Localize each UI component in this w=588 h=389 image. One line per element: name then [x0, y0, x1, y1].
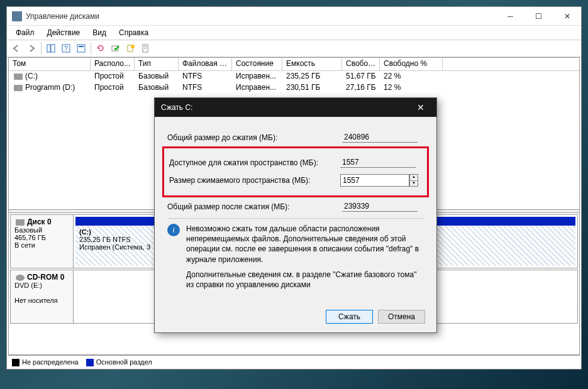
shrink-button[interactable]: Сжать	[326, 310, 373, 324]
menubar: Файл Действие Вид Справка	[7, 26, 581, 40]
toolbar: ?	[7, 40, 581, 57]
minimize-button[interactable]: ─	[496, 7, 524, 25]
info-text-2: Дополнительные сведения см. в разделе "С…	[186, 270, 424, 290]
svg-rect-4	[77, 45, 85, 52]
shrink-dialog: Сжать C: ✕ Общий размер до сжатия (МБ): …	[154, 97, 437, 333]
col-fs[interactable]: Файловая с...	[179, 58, 232, 70]
svg-rect-1	[51, 45, 55, 52]
total-before-label: Общий размер до сжатия (МБ):	[167, 133, 342, 142]
total-after-field	[342, 201, 418, 212]
volume-icon	[14, 74, 23, 80]
dialog-close-button[interactable]: ✕	[411, 98, 430, 117]
settings-icon[interactable]	[74, 41, 88, 55]
available-field	[340, 157, 416, 168]
back-icon[interactable]	[9, 41, 23, 55]
info-text-1: Невозможно сжать том дальше области расп…	[186, 224, 424, 265]
svg-rect-5	[79, 46, 84, 47]
col-type[interactable]: Тип	[135, 58, 179, 70]
volume-icon	[14, 85, 23, 91]
forward-icon[interactable]	[25, 41, 38, 55]
col-pct[interactable]: Свободно %	[380, 58, 443, 70]
total-before-field	[342, 132, 418, 143]
spinner-buttons[interactable]: ▲▼	[409, 174, 418, 187]
toolbar-view-icon[interactable]	[44, 41, 58, 55]
new-icon[interactable]	[124, 41, 138, 55]
col-status[interactable]: Состояние	[232, 58, 282, 70]
menu-action[interactable]: Действие	[42, 27, 86, 38]
col-free[interactable]: Свобод...	[342, 58, 380, 70]
col-volume[interactable]: Том	[9, 58, 91, 70]
svg-text:?: ?	[64, 45, 68, 52]
shrink-amount-input[interactable]	[340, 174, 409, 187]
maximize-button[interactable]: ☐	[524, 7, 553, 25]
help-icon[interactable]: ?	[59, 41, 73, 55]
total-after-label: Общий размер после сжатия (МБ):	[167, 202, 342, 211]
apply-icon[interactable]	[109, 41, 123, 55]
svg-rect-11	[144, 48, 147, 48]
info-icon: i	[167, 224, 180, 236]
table-row[interactable]: (C:) Простой Базовый NTFS Исправен... 23…	[9, 71, 579, 82]
app-icon	[12, 11, 22, 21]
legend: Не распределена Основной раздел	[8, 355, 580, 369]
svg-rect-10	[144, 46, 147, 47]
properties-icon[interactable]	[139, 41, 153, 55]
available-label: Доступное для сжатия пространство (МБ):	[169, 158, 340, 167]
refresh-icon[interactable]	[94, 41, 108, 55]
shrink-amount-label: Размер сжимаемого пространства (МБ):	[169, 176, 340, 185]
menu-file[interactable]: Файл	[11, 27, 40, 38]
menu-help[interactable]: Справка	[114, 27, 153, 38]
titlebar[interactable]: Управление дисками ─ ☐ ✕	[7, 7, 581, 26]
svg-point-8	[131, 45, 135, 48]
cancel-button[interactable]: Отмена	[378, 310, 425, 324]
close-button[interactable]: ✕	[553, 7, 581, 25]
cdrom-icon	[16, 275, 25, 281]
col-capacity[interactable]: Емкость	[282, 58, 342, 70]
menu-view[interactable]: Вид	[87, 27, 111, 38]
svg-rect-0	[47, 45, 50, 52]
disk-icon	[16, 219, 25, 226]
col-layout[interactable]: Располо...	[91, 58, 135, 70]
table-row[interactable]: Programm (D:) Простой Базовый NTFS Испра…	[9, 82, 579, 94]
window-title: Управление дисками	[26, 12, 496, 21]
dialog-title: Сжать C:	[161, 103, 411, 112]
dialog-titlebar[interactable]: Сжать C: ✕	[155, 98, 436, 117]
